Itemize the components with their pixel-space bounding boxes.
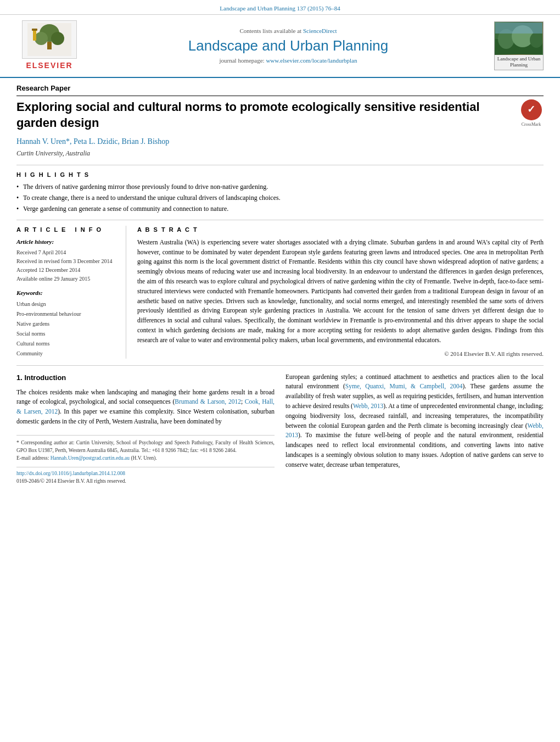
email-name: (H.V. Uren). [131, 455, 156, 461]
journal-reference-bar: Landscape and Urban Planning 137 (2015) … [0, 0, 560, 15]
intro-paragraph-2: European gardening styles; a continued a… [285, 372, 544, 470]
svg-rect-4 [47, 42, 52, 49]
list-item: The drivers of native gardening mirror t… [16, 182, 544, 192]
intro-heading: 1. Introduction [16, 372, 275, 383]
received-date: Received 7 April 2014 [16, 248, 117, 257]
svg-rect-6 [32, 29, 37, 31]
intro-right-column: European gardening styles; a continued a… [285, 372, 544, 486]
authors-text: Hannah V. Uren*, Peta L. Dzidic, Brian J… [16, 137, 169, 146]
journal-header: ELSEVIER Contents lists available at Sci… [0, 15, 560, 78]
introduction-section: 1. Introduction The choices residents ma… [16, 372, 544, 486]
list-item: Verge gardening can generate a sense of … [16, 204, 544, 214]
keywords-list: Urban design Pro-environmental behaviour… [16, 299, 117, 359]
accepted-date: Accepted 12 December 2014 [16, 266, 117, 275]
crossmark-icon: ✓ [521, 99, 542, 120]
homepage-label: journal homepage: [220, 57, 265, 64]
list-item: To create change, there is a need to und… [16, 193, 544, 203]
journal-ref-link[interactable]: Landscape and Urban Planning 137 (2015) … [220, 5, 340, 12]
footnote-divider [16, 467, 275, 467]
elsevier-logo-image [22, 20, 77, 59]
keyword-3: Native gardens [16, 319, 117, 329]
svg-rect-13 [495, 23, 542, 34]
highlights-heading: H I G H L I G H T S [16, 171, 544, 179]
intro-left-column: 1. Introduction The choices residents ma… [16, 372, 275, 486]
intro-right-text: European gardening styles; a continued a… [285, 372, 544, 470]
paper-type-label: Research Paper [16, 78, 544, 96]
article-title-row: Exploring social and cultural norms to p… [16, 99, 544, 131]
elsevier-brand-text: ELSEVIER [26, 60, 72, 71]
keywords-section: Keywords: Urban design Pro-environmental… [16, 289, 117, 358]
crossmark-badge: ✓ CrossMark [519, 99, 544, 127]
article-history-heading: Article history: [16, 238, 117, 246]
journal-thumbnail: Landscape and Urban Planning [494, 21, 544, 70]
abstract-heading: A B S T R A C T [137, 226, 544, 234]
copyright-line: © 2014 Elsevier B.V. All rights reserved… [137, 350, 544, 358]
highlights-list: The drivers of native gardening mirror t… [16, 182, 544, 213]
keyword-2: Pro-environmental behaviour [16, 309, 117, 319]
highlights-section: H I G H L I G H T S The drivers of nativ… [16, 165, 544, 214]
abstract-column: A B S T R A C T Western Australia (WA) i… [137, 226, 544, 358]
footnote-area: * Corresponding author at: Curtin Univer… [16, 435, 275, 485]
sciencedirect-link[interactable]: ScienceDirect [303, 27, 337, 34]
crossmark-label: CrossMark [522, 121, 541, 127]
revised-date: Received in revised form 3 December 2014 [16, 257, 117, 266]
keyword-4: Social norms [16, 329, 117, 339]
footnote-asterisk: * Corresponding author at: Curtin Univer… [16, 439, 275, 455]
journal-thumb-image [495, 22, 543, 55]
journal-main-title: Landscape and Urban Planning [93, 37, 483, 54]
journal-homepage-line: journal homepage: www.elsevier.com/locat… [93, 57, 483, 65]
info-abstract-section: A R T I C L E I N F O Article history: R… [16, 220, 544, 358]
article-title: Exploring social and cultural norms to p… [16, 99, 511, 131]
doi-link[interactable]: http://dx.doi.org/10.1016/j.landurbplan.… [16, 471, 125, 476]
ref-syme[interactable]: Syme, Quanxi, Mumi, & Campbell, 2004 [345, 383, 463, 389]
doi-line: http://dx.doi.org/10.1016/j.landurbplan.… [16, 470, 275, 477]
affiliation: Curtin University, Australia [16, 149, 544, 158]
authors-line: Hannah V. Uren*, Peta L. Dzidic, Brian J… [16, 136, 544, 147]
article-info-heading: A R T I C L E I N F O [16, 226, 117, 234]
ref-webb2[interactable]: Webb, 2013 [285, 422, 544, 439]
keyword-5: Cultural norms [16, 339, 117, 349]
homepage-link[interactable]: www.elsevier.com/locate/landurbplan [266, 57, 357, 64]
intro-paragraph-1: The choices residents make when landscap… [16, 388, 275, 427]
svg-point-3 [51, 32, 64, 45]
journal-title-center: Contents lists available at ScienceDirec… [82, 27, 494, 65]
keyword-6: Community [16, 349, 117, 359]
email-link[interactable]: Hannah.Uren@postgrad.curtin.edu.au [51, 455, 130, 461]
keywords-heading: Keywords: [16, 289, 117, 297]
email-label: E-mail address: [16, 455, 49, 461]
journal-thumb-label: Landscape and Urban Planning [495, 55, 543, 70]
svg-point-12 [530, 32, 542, 48]
article-info-column: A R T I C L E I N F O Article history: R… [16, 226, 126, 358]
abstract-text: Western Australia (WA) is experiencing s… [137, 238, 544, 345]
elsevier-logo: ELSEVIER [16, 20, 82, 71]
thumb-label-text: Landscape and Urban Planning [497, 56, 540, 68]
article-dates: Received 7 April 2014 Received in revise… [16, 248, 117, 283]
available-date: Available online 29 January 2015 [16, 275, 117, 283]
ref-webb1[interactable]: Webb, 2013 [353, 403, 383, 409]
main-content: Research Paper Exploring social and cult… [0, 78, 560, 485]
contents-label: Contents lists available at [239, 27, 301, 34]
contents-available-line: Contents lists available at ScienceDirec… [93, 27, 483, 35]
keyword-1: Urban design [16, 299, 117, 309]
ref-brumand[interactable]: Brumand & Larson, 2012 [175, 398, 241, 405]
intro-left-text: The choices residents make when landscap… [16, 388, 275, 427]
svg-point-2 [35, 32, 48, 45]
section-divider [16, 365, 544, 366]
svg-rect-5 [33, 30, 36, 41]
issn-line: 0169-2046/© 2014 Elsevier B.V. All right… [16, 477, 275, 485]
footnote-email: E-mail address: Hannah.Uren@postgrad.cur… [16, 454, 275, 462]
